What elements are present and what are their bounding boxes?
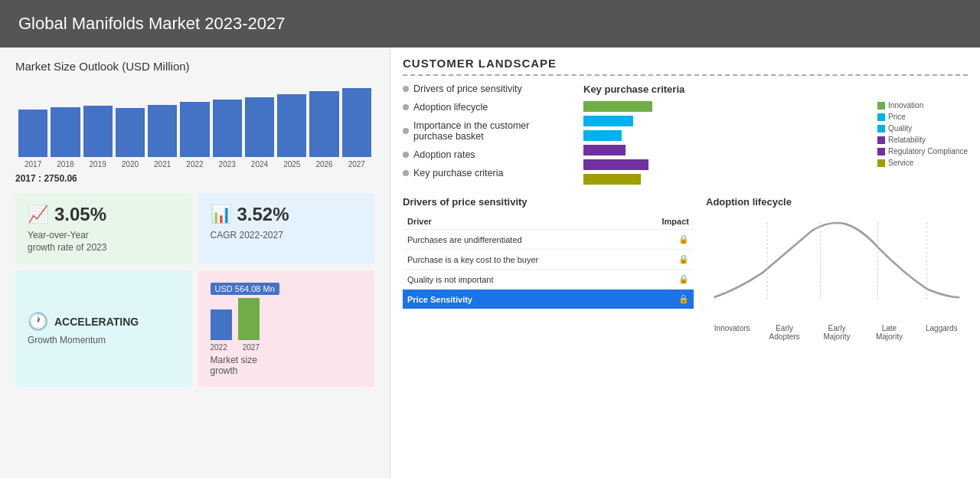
market-size-title: Market Size Outlook (USD Million) xyxy=(15,60,374,73)
nav-item-1[interactable]: Adoption lifecycle xyxy=(403,102,571,113)
nav-label-0: Drivers of price sensitivity xyxy=(413,83,522,94)
growth-bars xyxy=(211,298,363,340)
legend-text-4: Regulatory Compliance xyxy=(888,147,968,156)
page-header: Global Manifolds Market 2023-2027 xyxy=(0,0,980,47)
criteria-bar-1 xyxy=(583,116,633,126)
bar-label-2027: 2027 xyxy=(342,160,371,169)
bar-2023 xyxy=(213,100,242,157)
nav-item-0[interactable]: Drivers of price sensitivity xyxy=(403,83,571,94)
year-value-row: 2017 : 2750.06 xyxy=(15,173,374,184)
driver-text-1: Purchase is a key cost to the buyer xyxy=(403,250,634,270)
growth-badge: USD 564.08 Mn xyxy=(211,283,279,295)
main-content: Market Size Outlook (USD Million) 201720… xyxy=(0,47,980,478)
bar-2019 xyxy=(83,106,113,157)
nav-dot-1 xyxy=(403,104,409,110)
impact-icon-2: 🔒 xyxy=(634,270,694,290)
right-panel: CUSTOMER LANDSCAPE Drivers of price sens… xyxy=(390,47,980,478)
bar-labels: 2017201820192020202120222023202420252026… xyxy=(15,160,374,169)
bar-2024 xyxy=(245,97,274,157)
accel-sub: Growth Momentum xyxy=(28,335,180,345)
criteria-bar-3 xyxy=(583,145,626,156)
cagr-card: 📊 3.52% CAGR 2022-2027 xyxy=(198,193,375,264)
col-impact: Impact xyxy=(634,214,694,230)
legend-text-2: Quality xyxy=(888,124,912,133)
criteria-bar-0 xyxy=(583,101,652,112)
yoy-card: 📈 3.05% Year-over-Yeargrowth rate of 202… xyxy=(15,193,192,264)
cagr-value: 3.52% xyxy=(237,204,289,225)
legend-text-0: Innovation xyxy=(888,101,923,110)
criteria-row-1 xyxy=(583,116,868,126)
nav-label-1: Adoption lifecycle xyxy=(413,102,488,113)
nav-item-4[interactable]: Key purchase criteria xyxy=(403,168,571,178)
lifecycle-label-3: LateMajority xyxy=(863,324,915,341)
metrics-grid: 📈 3.05% Year-over-Yeargrowth rate of 202… xyxy=(15,193,374,387)
bar-label-2025: 2025 xyxy=(277,160,306,169)
driver-text-0: Purchases are undifferentiated xyxy=(403,230,634,250)
legend-item-4: Regulatory Compliance xyxy=(877,147,968,156)
criteria-row-3 xyxy=(583,145,868,156)
purchase-criteria-section: Key purchase criteria InnovationPriceQua… xyxy=(583,83,968,188)
lifecycle-svg xyxy=(706,214,968,306)
bar-2021 xyxy=(148,105,177,157)
legend-dot-4 xyxy=(877,148,885,156)
driver-text-2: Quality is not important xyxy=(403,270,634,290)
bar-2027 xyxy=(342,88,371,157)
nav-item-3[interactable]: Adoption rates xyxy=(403,149,571,160)
left-panel: Market Size Outlook (USD Million) 201720… xyxy=(0,47,390,478)
bar-2018 xyxy=(51,107,80,157)
nav-list: Drivers of price sensitivityAdoption lif… xyxy=(403,83,571,188)
bar-label-2022: 2022 xyxy=(180,160,209,169)
bar-label-2020: 2020 xyxy=(116,160,145,169)
driver-row-0: Purchases are undifferentiated🔒 xyxy=(403,230,694,250)
cagr-label: CAGR 2022-2027 xyxy=(211,230,363,242)
legend-item-0: Innovation xyxy=(877,101,968,110)
legend-item-5: Service xyxy=(877,159,968,167)
growth-year-2022: 2022 xyxy=(211,343,227,352)
growth-icon: 📈 xyxy=(28,205,48,224)
lifecycle-labels: InnovatorsEarlyAdoptersEarlyMajorityLate… xyxy=(706,324,968,341)
yoy-label: Year-over-Yeargrowth rate of 2023 xyxy=(28,230,180,254)
impact-icon-1: 🔒 xyxy=(634,250,694,270)
growth-year-2027: 2027 xyxy=(243,343,260,352)
adoption-title: Adoption lifecycle xyxy=(706,196,968,208)
legend-item-3: Relatability xyxy=(877,136,968,144)
bar-2017 xyxy=(18,110,47,157)
legend-dot-2 xyxy=(877,125,885,133)
criteria-chart: InnovationPriceQualityRelatabilityRegula… xyxy=(583,101,968,188)
right-top: Drivers of price sensitivityAdoption lif… xyxy=(403,83,968,188)
yoy-value: 3.05% xyxy=(54,204,106,225)
bar-label-2018: 2018 xyxy=(51,160,80,169)
nav-dot-0 xyxy=(403,86,409,92)
col-driver: Driver xyxy=(403,214,634,230)
driver-row-2: Quality is not important🔒 xyxy=(403,270,694,290)
bar-2027 xyxy=(238,298,260,340)
criteria-row-2 xyxy=(583,130,868,141)
legend-dot-0 xyxy=(877,102,885,110)
nav-dot-3 xyxy=(403,152,409,158)
year-value: 2750.06 xyxy=(44,173,77,184)
price-sensitivity-title: Drivers of price sensitivity xyxy=(403,196,694,208)
bar-label-2019: 2019 xyxy=(83,160,113,169)
driver-row-1: Purchase is a key cost to the buyer🔒 xyxy=(403,250,694,270)
year-label: 2017 : xyxy=(15,173,41,184)
criteria-legend: InnovationPriceQualityRelatabilityRegula… xyxy=(877,101,968,188)
bar-label-2023: 2023 xyxy=(213,160,242,169)
driver-table: Driver Impact Purchases are undifferenti… xyxy=(403,214,694,309)
impact-icon-0: 🔒 xyxy=(634,230,694,250)
accel-icon: 🕐 xyxy=(28,312,48,332)
bar-label-2026: 2026 xyxy=(309,160,338,169)
nav-item-2[interactable]: Importance in the customer purchase bask… xyxy=(403,120,571,142)
criteria-bars xyxy=(583,101,868,188)
bar-label-2021: 2021 xyxy=(148,160,177,169)
bar-label-2017: 2017 xyxy=(18,160,47,169)
impact-icon-3: 🔒 xyxy=(634,290,694,309)
customer-landscape-title: CUSTOMER LANDSCAPE xyxy=(403,57,968,76)
market-growth-card: USD 564.08 Mn 2022 2027 Market sizegrowt… xyxy=(198,270,375,387)
legend-dot-3 xyxy=(877,136,885,144)
lifecycle-curve xyxy=(706,214,968,321)
bar-chart xyxy=(15,80,374,157)
criteria-row-4 xyxy=(583,159,868,170)
bar-2025 xyxy=(277,94,306,157)
growth-label: Market sizegrowth xyxy=(211,355,363,376)
lifecycle-label-2: EarlyMajority xyxy=(811,324,863,341)
